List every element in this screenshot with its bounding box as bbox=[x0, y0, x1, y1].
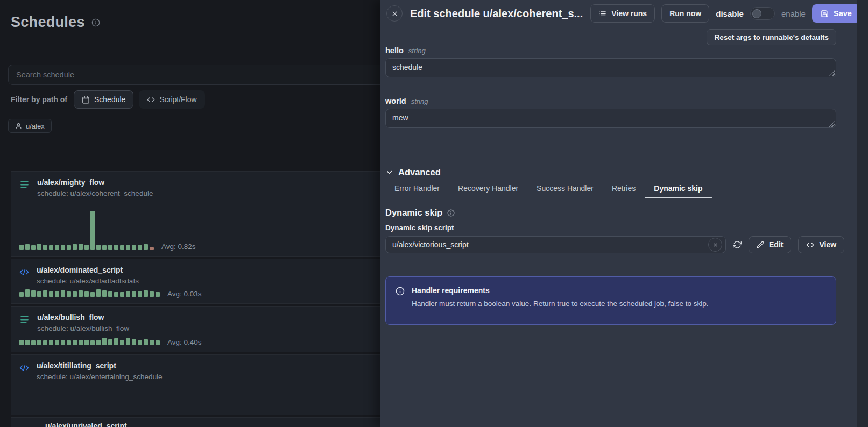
view-script-button[interactable]: View bbox=[798, 236, 844, 253]
schedule-subtitle: schedule: u/alex/bullish_flow bbox=[37, 324, 129, 332]
drawer-title: Edit schedule u/alex/coherent_s... bbox=[410, 8, 583, 20]
advanced-label: Advanced bbox=[398, 167, 441, 177]
tab-dynamic-skip[interactable]: Dynamic skip bbox=[645, 184, 711, 198]
runs-histogram bbox=[19, 289, 160, 297]
schedule-card[interactable]: u/alex/dominated_script schedule: u/alex… bbox=[11, 259, 380, 304]
callout-body: Handler must return a boolean value. Ret… bbox=[412, 300, 709, 308]
filter-by-path-label: Filter by path of bbox=[11, 95, 67, 104]
pencil-icon bbox=[757, 241, 764, 248]
refresh-button[interactable] bbox=[733, 240, 742, 249]
avg-duration-label: Avg: 0.03s bbox=[167, 290, 202, 298]
code-icon bbox=[147, 96, 155, 104]
filter-schedule-button[interactable]: Schedule bbox=[74, 90, 133, 109]
save-icon bbox=[821, 10, 829, 18]
enable-toggle[interactable] bbox=[750, 7, 775, 20]
script-icon bbox=[19, 363, 29, 381]
field-name-world: world bbox=[385, 97, 406, 105]
schedule-path: u/alex/dominated_script bbox=[37, 266, 139, 274]
schedule-subtitle: schedule: u/alex/coherent_schedule bbox=[37, 189, 153, 197]
edit-button-label: Edit bbox=[769, 240, 783, 249]
filter-schedule-label: Schedule bbox=[94, 95, 125, 104]
callout-title: Handler requirements bbox=[412, 286, 709, 295]
schedule-subtitle: schedule: u/alex/adfadfadfsdafs bbox=[37, 277, 139, 285]
schedule-path: u/alex/bullish_flow bbox=[37, 313, 129, 322]
run-now-label: Run now bbox=[669, 9, 701, 18]
flow-icon bbox=[19, 180, 30, 197]
list-icon bbox=[598, 10, 606, 18]
script-icon bbox=[19, 267, 29, 285]
owner-chip-label: u/alex bbox=[26, 122, 45, 130]
dynamic-skip-script-label: Dynamic skip script bbox=[385, 224, 836, 232]
info-icon[interactable] bbox=[447, 209, 455, 217]
owner-filter-chip[interactable]: u/alex bbox=[8, 119, 52, 133]
reset-args-button[interactable]: Reset args to runnable's defaults bbox=[707, 29, 836, 45]
schedule-subtitle: schedule: u/alex/entertaining_schedule bbox=[37, 373, 162, 381]
advanced-section-toggle[interactable]: Advanced bbox=[385, 167, 836, 177]
world-field[interactable]: mew bbox=[385, 109, 836, 128]
runs-histogram bbox=[19, 338, 160, 345]
edit-script-button[interactable]: Edit bbox=[749, 236, 791, 253]
close-icon bbox=[712, 242, 718, 248]
avg-duration-label: Avg: 0.82s bbox=[161, 243, 196, 251]
avg-duration-label: Avg: 0.40s bbox=[167, 338, 202, 346]
disable-label: disable bbox=[716, 9, 744, 18]
close-drawer-button[interactable] bbox=[386, 5, 403, 22]
info-icon[interactable] bbox=[91, 18, 100, 27]
edit-schedule-drawer: Edit schedule u/alex/coherent_s... View … bbox=[380, 0, 868, 427]
save-button[interactable]: Save bbox=[812, 4, 860, 23]
view-button-label: View bbox=[819, 240, 836, 249]
calendar-icon bbox=[82, 96, 90, 104]
hello-field[interactable]: schedule bbox=[385, 58, 836, 77]
view-runs-label: View runs bbox=[611, 9, 647, 18]
filter-script-flow-button[interactable]: Script/Flow bbox=[139, 90, 204, 109]
save-button-label: Save bbox=[834, 9, 852, 18]
schedule-path: u/alex/titillating_script bbox=[37, 361, 162, 370]
advanced-tabs: Error Handler Recovery Handler Success H… bbox=[385, 184, 836, 198]
flow-icon bbox=[19, 315, 30, 332]
filter-script-flow-label: Script/Flow bbox=[159, 95, 196, 104]
tab-retries[interactable]: Retries bbox=[603, 184, 645, 198]
page-title: Schedules bbox=[11, 14, 85, 31]
schedule-card[interactable]: u/alex/titillating_script schedule: u/al… bbox=[11, 354, 380, 415]
user-icon bbox=[15, 123, 22, 130]
field-name-hello: hello bbox=[385, 46, 404, 55]
tab-error-handler[interactable]: Error Handler bbox=[385, 184, 449, 198]
toggle-knob bbox=[752, 9, 761, 18]
info-icon bbox=[396, 287, 405, 315]
field-type-world: string bbox=[411, 97, 428, 105]
refresh-icon bbox=[733, 240, 742, 249]
dynamic-skip-heading: Dynamic skip bbox=[385, 208, 442, 218]
view-runs-button[interactable]: View runs bbox=[590, 4, 655, 23]
schedule-path: u/alex/mighty_flow bbox=[37, 178, 153, 187]
tab-success-handler[interactable]: Success Handler bbox=[527, 184, 603, 198]
schedule-path: u/alex/unrivaled_script bbox=[45, 422, 127, 427]
field-type-hello: string bbox=[408, 47, 426, 55]
run-now-button[interactable]: Run now bbox=[661, 4, 709, 23]
clear-script-button[interactable] bbox=[708, 238, 722, 252]
script-path-value: u/alex/victorious_script bbox=[392, 240, 708, 249]
schedule-card[interactable]: u/alex/mighty_flow schedule: u/alex/cohe… bbox=[11, 171, 380, 257]
tab-recovery-handler[interactable]: Recovery Handler bbox=[449, 184, 527, 198]
handler-requirements-callout: Handler requirements Handler must return… bbox=[385, 276, 836, 325]
runs-histogram bbox=[19, 211, 154, 250]
schedule-card[interactable]: u/alex/unrivaled_script bbox=[11, 417, 380, 427]
drawer-scrollbar[interactable] bbox=[857, 0, 868, 427]
code-icon bbox=[806, 241, 814, 249]
enable-label: enable bbox=[781, 9, 806, 18]
dynamic-skip-script-input[interactable]: u/alex/victorious_script bbox=[385, 236, 726, 253]
close-icon bbox=[391, 10, 398, 17]
schedule-card[interactable]: u/alex/bullish_flow schedule: u/alex/bul… bbox=[11, 306, 380, 352]
chevron-down-icon bbox=[385, 168, 393, 176]
